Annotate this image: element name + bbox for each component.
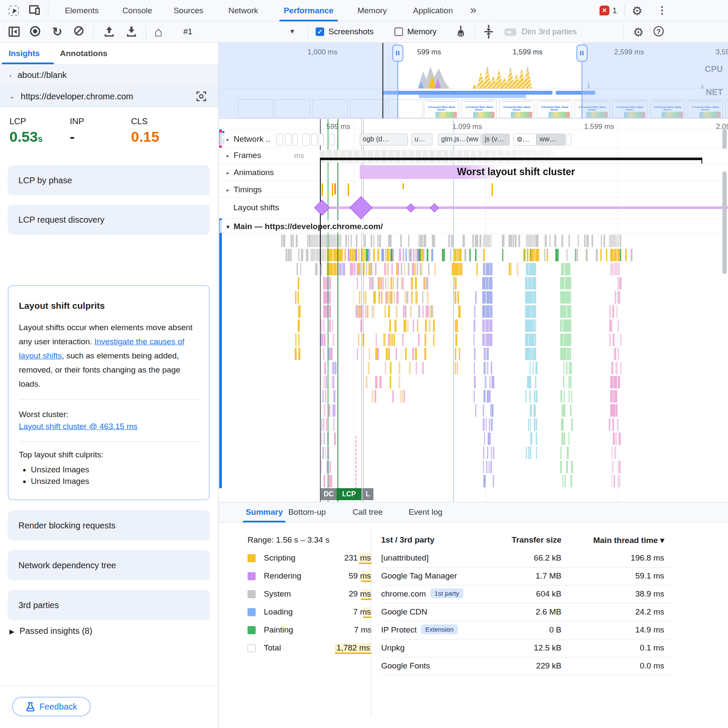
event-marker-dc[interactable]: DC (321, 488, 337, 500)
timing-tick[interactable] (348, 183, 349, 196)
home-icon[interactable]: ⌂ (154, 24, 162, 40)
legend-row-painting[interactable]: Painting7 ms (248, 625, 372, 638)
table-row-name[interactable]: chrome.com1st party (381, 589, 463, 599)
perf-settings-gear-icon[interactable]: ⚙ (633, 25, 644, 39)
dim-3rd-parties-label[interactable]: Dim 3rd parties (522, 27, 577, 36)
window-left-edge[interactable] (397, 62, 398, 119)
tab-annotations[interactable]: Annotations (60, 43, 107, 64)
clear-icon[interactable] (74, 26, 84, 36)
worst-cluster-link[interactable]: Layout shift cluster @ 463.15 ms (19, 422, 137, 431)
record-icon[interactable] (30, 26, 40, 36)
panel-tab-performance[interactable]: Performance (279, 0, 338, 21)
reload-record-icon[interactable]: ↻ (52, 25, 62, 39)
legend-row-total[interactable]: Total1,782 ms (248, 643, 372, 656)
network-request-chip[interactable] (329, 134, 334, 146)
legend-row-loading[interactable]: Loading7 ms (248, 607, 372, 620)
feedback-button[interactable]: Feedback (12, 697, 91, 716)
table-row-name[interactable]: [unattributed] (381, 553, 429, 563)
network-request-chip[interactable]: ww… (537, 134, 565, 146)
error-badge-count[interactable]: 1 (612, 6, 617, 15)
network-request-chip[interactable] (285, 134, 291, 146)
panel-tab-memory[interactable]: Memory (353, 0, 391, 21)
frame-row-blank[interactable]: › about://blank (0, 65, 218, 86)
error-badge-icon[interactable]: ✕ (600, 6, 609, 15)
network-request-chip[interactable] (276, 134, 283, 146)
collapse-tracks-icon[interactable] (483, 24, 494, 39)
screenshots-label[interactable]: Screenshots (328, 27, 374, 36)
timing-tick[interactable] (334, 183, 336, 194)
timing-tick[interactable] (403, 183, 404, 189)
track-label-timings[interactable]: ▸Timings (220, 183, 265, 196)
trace-select-dropdown-icon[interactable]: ▾ (290, 27, 294, 36)
timing-tick[interactable] (332, 183, 333, 196)
insight-card-render-blocking-requests[interactable]: Render blocking requests (8, 510, 210, 540)
trace-select-label[interactable]: #1 (183, 27, 192, 36)
flame-scrollbar-thumb[interactable] (722, 171, 727, 274)
table-row-name[interactable]: Google Fonts (381, 661, 430, 671)
panel-tab-network[interactable]: Network (224, 0, 263, 21)
legend-row-system[interactable]: System29 ms (248, 589, 372, 602)
frame-row-chrome[interactable]: ⌄ https://developer.chrome.com (0, 86, 218, 107)
col-header-time[interactable]: Main thread time ▾ (566, 535, 664, 545)
network-request-chip[interactable]: ogb (d… (360, 134, 408, 146)
track-label-main[interactable]: ▾Main — https://developer.chrome.com/ (220, 220, 386, 233)
network-request-chip[interactable]: js (v… (482, 134, 510, 146)
col-header-party[interactable]: 1st / 3rd party (381, 535, 435, 545)
insight-card-network-dependency-tree[interactable]: Network dependency tree (8, 550, 210, 580)
toggle-sidebar-icon[interactable] (9, 27, 20, 37)
panel-tab-console[interactable]: Console (120, 0, 155, 21)
tab-insights[interactable]: Insights (9, 43, 40, 64)
table-row-name[interactable]: Google CDN (381, 607, 427, 617)
legend-row-scripting[interactable]: Scripting231 ms (248, 553, 372, 566)
filmstrip-page-thumbnail[interactable]: A Powerful Web. Made Easier. (462, 99, 497, 118)
memory-checkbox[interactable] (394, 27, 403, 36)
more-tabs-icon[interactable]: » (470, 3, 476, 17)
screenshot-icon[interactable] (196, 91, 206, 101)
network-request-chip[interactable]: u… (412, 134, 433, 146)
network-request-chip[interactable] (302, 134, 310, 146)
network-request-chip[interactable] (292, 134, 298, 146)
window-right-edge[interactable] (582, 62, 582, 119)
table-row-name[interactable]: IP ProtectExtension (381, 625, 458, 635)
help-icon[interactable]: ? (653, 26, 664, 36)
network-request-chip[interactable] (311, 134, 317, 146)
gc-brush-icon[interactable] (455, 25, 467, 38)
table-row-name[interactable]: Unpkg (381, 643, 405, 653)
flame-chart[interactable]: 599 ms1,099 ms1,599 ms2,099 msogb (d…u…g… (219, 119, 728, 502)
inspect-icon[interactable] (9, 6, 19, 16)
passed-insights-toggle[interactable]: ▶Passed insights (8) (9, 626, 92, 636)
network-request-chip[interactable]: ⚙… (513, 134, 537, 146)
details-tab-event-log[interactable]: Event log (403, 502, 448, 522)
filmstrip-page-thumbnail[interactable]: A Powerful Web. Made Easier. (537, 99, 572, 118)
details-tab-summary[interactable]: Summary (243, 502, 286, 522)
event-marker-lcp[interactable]: LCP (337, 488, 361, 500)
dim-3rd-parties-toggle[interactable] (504, 28, 516, 36)
window-right-handle[interactable]: II (576, 45, 588, 62)
device-toolbar-icon[interactable] (29, 5, 40, 15)
screenshots-checkbox[interactable]: ✓ (316, 27, 324, 36)
upload-trace-icon[interactable] (104, 26, 114, 37)
filmstrip-page-thumbnail[interactable]: A Powerful Web. Made Easier. (499, 99, 534, 118)
download-trace-icon[interactable] (126, 26, 137, 37)
settings-gear-icon[interactable]: ⚙ (632, 4, 642, 18)
details-tab-call-tree[interactable]: Call tree (347, 502, 388, 522)
memory-label[interactable]: Memory (407, 27, 437, 36)
timeline-overview[interactable]: 1,000 ms599 ms1,599 ms2,599 ms3,599 msCP… (219, 43, 728, 119)
window-left-handle[interactable]: II (392, 45, 403, 62)
network-request-chip[interactable]: gtm.js…(ww (438, 134, 481, 146)
track-label-network[interactable]: ▸Network .. (220, 133, 274, 146)
table-row-name[interactable]: Google Tag Manager (381, 571, 457, 581)
track-label-animations[interactable]: ▸Animations (220, 166, 277, 179)
panel-tab-elements[interactable]: Elements (63, 0, 101, 21)
filmstrip-page-thumbnail[interactable]: A Powerful Web. Made Easier. (424, 99, 459, 118)
kebab-menu-icon[interactable]: ⋮ (657, 4, 667, 16)
track-label-frames[interactable]: ▸Frames (220, 149, 265, 162)
col-header-size[interactable]: Transfer size (476, 535, 561, 545)
insight-card-lcp-request-discovery[interactable]: LCP request discovery (8, 205, 210, 235)
network-request-chip[interactable] (319, 134, 324, 146)
legend-row-rendering[interactable]: Rendering59 ms (248, 571, 372, 584)
details-tab-bottom-up[interactable]: Bottom-up (281, 502, 333, 522)
network-request-chip[interactable] (566, 134, 571, 146)
track-label-layout-shifts[interactable]: Layout shifts (220, 201, 283, 214)
flame-scrollbar-thumb[interactable] (722, 128, 727, 149)
